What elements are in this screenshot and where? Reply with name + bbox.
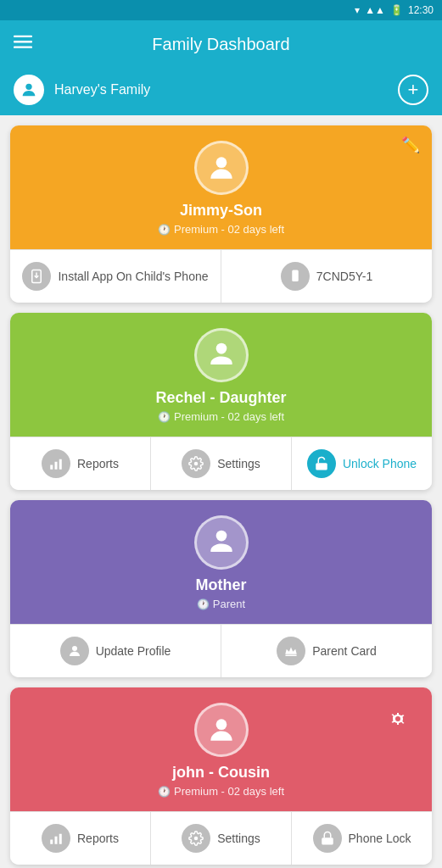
- avatar-mother: [194, 515, 249, 570]
- members-list: ✏️ Jimmy-Son 🕐 Premium - 02 days left: [0, 115, 442, 868]
- time: 12:30: [408, 4, 434, 16]
- lock-icon: [313, 824, 342, 853]
- family-avatar: [14, 75, 44, 105]
- svg-point-15: [72, 646, 77, 651]
- avatar-john: [194, 703, 249, 757]
- svg-rect-2: [14, 47, 32, 48]
- avatar-rechel: [194, 328, 249, 382]
- wifi-icon: ▾: [355, 4, 360, 16]
- action-row-john: Reports Settings Phone Lock: [10, 811, 432, 865]
- add-member-button[interactable]: +: [398, 75, 428, 105]
- reports-label-rechel: Reports: [77, 457, 119, 470]
- svg-point-3: [25, 84, 31, 90]
- phone-lock-button[interactable]: Phone Lock: [292, 812, 432, 865]
- svg-rect-0: [14, 36, 32, 37]
- svg-rect-20: [59, 834, 62, 844]
- action-row-mother: Update Profile Parent Card: [10, 624, 432, 677]
- svg-rect-18: [50, 840, 53, 844]
- svg-point-17: [215, 719, 227, 730]
- clock-icon-mother: 🕐: [197, 598, 210, 610]
- page-title: Family Dashboard: [46, 35, 396, 54]
- action-row-rechel: Reports Settings Unlock Phone: [10, 437, 432, 490]
- member-name-jimmy: Jimmy-Son: [180, 202, 262, 220]
- device-code-label: 7CND5Y-1: [316, 270, 372, 283]
- signal-icon: ▲▲: [365, 4, 385, 16]
- svg-rect-13: [316, 463, 327, 470]
- reports-button-rechel[interactable]: Reports: [10, 437, 151, 490]
- member-card-jimmy: ✏️ Jimmy-Son 🕐 Premium - 02 days left: [10, 125, 432, 303]
- clock-icon-john: 🕐: [158, 786, 171, 798]
- member-status-jimmy: 🕐 Premium - 02 days left: [158, 223, 284, 236]
- svg-rect-22: [322, 837, 333, 844]
- svg-point-21: [194, 837, 199, 841]
- settings-label-john: Settings: [217, 832, 260, 845]
- settings-icon-john: [182, 824, 210, 853]
- crown-icon: [277, 637, 305, 665]
- device-icon: [281, 262, 310, 291]
- action-row-jimmy: Install App On Child's Phone 7CND5Y-1: [10, 249, 432, 303]
- device-code-button[interactable]: 7CND5Y-1: [221, 250, 432, 303]
- reports-icon: [42, 449, 70, 478]
- svg-rect-9: [50, 465, 53, 470]
- card-header-jimmy: ✏️ Jimmy-Son 🕐 Premium - 02 days left: [10, 125, 432, 249]
- install-app-button[interactable]: Install App On Child's Phone: [10, 250, 221, 303]
- install-icon: [22, 262, 51, 291]
- install-app-label: Install App On Child's Phone: [58, 270, 208, 283]
- card-header-john: john - Cousin 🕐 Premium - 02 days left: [10, 687, 432, 811]
- member-status-john: 🕐 Premium - 02 days left: [158, 785, 284, 798]
- svg-rect-16: [286, 655, 298, 657]
- svg-rect-11: [59, 459, 62, 470]
- member-card-john: john - Cousin 🕐 Premium - 02 days left R…: [10, 687, 432, 865]
- parent-card-label: Parent Card: [312, 644, 376, 658]
- update-profile-label: Update Profile: [96, 644, 171, 658]
- edit-icon-jimmy[interactable]: ✏️: [401, 136, 420, 154]
- card-header-mother: Mother 🕐 Parent: [10, 500, 432, 624]
- member-name-john: john - Cousin: [172, 764, 270, 782]
- unlock-phone-button[interactable]: Unlock Phone: [292, 437, 432, 490]
- svg-rect-10: [54, 462, 57, 470]
- settings-button-john[interactable]: Settings: [151, 812, 292, 865]
- family-name: Harvey's Family: [54, 82, 150, 97]
- settings-icon-rechel: [182, 449, 210, 478]
- parent-card-button[interactable]: Parent Card: [221, 625, 432, 677]
- settings-button-rechel[interactable]: Settings: [151, 437, 292, 490]
- svg-rect-1: [14, 41, 32, 42]
- svg-point-14: [215, 531, 227, 542]
- unlock-icon: [307, 449, 336, 478]
- svg-point-12: [194, 462, 199, 466]
- reports-button-john[interactable]: Reports: [10, 812, 151, 865]
- profile-icon: [60, 637, 89, 665]
- reports-label-john: Reports: [77, 832, 119, 845]
- svg-rect-19: [54, 837, 57, 844]
- member-card-mother: Mother 🕐 Parent Update Profile: [10, 500, 432, 677]
- family-info: Harvey's Family: [14, 75, 150, 105]
- member-name-rechel: Rechel - Daughter: [155, 389, 286, 407]
- card-header-rechel: Rechel - Daughter 🕐 Premium - 02 days le…: [10, 313, 432, 437]
- status-bar: ▾ ▲▲ 🔋 12:30: [0, 0, 442, 20]
- unlock-phone-label: Unlock Phone: [343, 457, 417, 470]
- clock-icon: 🕐: [158, 224, 171, 236]
- clock-icon-rechel: 🕐: [158, 411, 171, 423]
- menu-button[interactable]: [14, 32, 32, 56]
- avatar-jimmy: [194, 141, 249, 195]
- update-profile-button[interactable]: Update Profile: [10, 625, 221, 677]
- settings-label-rechel: Settings: [217, 457, 260, 470]
- member-name-mother: Mother: [196, 576, 247, 594]
- cards-container: ✏️ Jimmy-Son 🕐 Premium - 02 days left: [0, 115, 442, 868]
- svg-rect-7: [292, 270, 299, 282]
- reports-icon-john: [42, 824, 70, 853]
- battery-icon: 🔋: [390, 4, 403, 16]
- member-status-rechel: 🕐 Premium - 02 days left: [158, 410, 284, 423]
- member-card-rechel: Rechel - Daughter 🕐 Premium - 02 days le…: [10, 313, 432, 490]
- phone-lock-label: Phone Lock: [349, 832, 411, 845]
- family-header: Harvey's Family +: [0, 68, 442, 115]
- member-status-mother: 🕐 Parent: [197, 598, 245, 610]
- top-bar: Family Dashboard: [0, 20, 442, 68]
- svg-point-4: [215, 157, 227, 168]
